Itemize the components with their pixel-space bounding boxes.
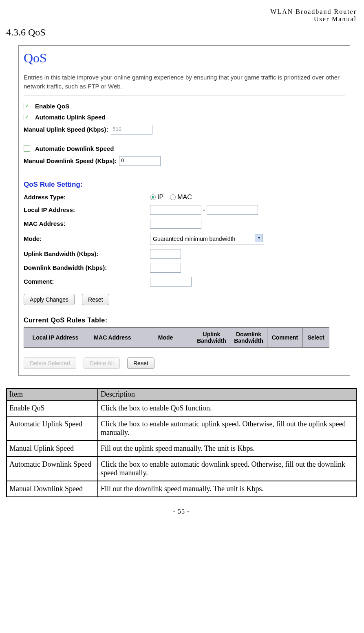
desc-text: Fill out the downlink speed manually. Th… [98,481,356,497]
downlink-bw-label: Downlink Bandwidth (Kbps): [24,264,150,271]
qos-title: QoS [24,51,345,66]
enable-qos-checkbox[interactable]: ✓ [24,103,30,109]
auto-downlink-label: Automatic Downlink Speed [35,145,114,152]
radio-ip[interactable] [150,194,156,200]
apply-reset-row: Apply Changes Reset [24,294,345,305]
radio-mac-wrap[interactable]: MAC [170,194,199,201]
mode-select-value: Guaranteed minimum bandwidth [153,236,235,242]
radio-mac[interactable] [170,194,176,200]
current-rules-title: Current QoS Rules Table: [24,317,345,324]
mac-label: MAC Address: [24,220,150,227]
auto-downlink-checkbox[interactable]: ✓ [24,145,30,152]
page-footer: - 55 - [6,508,357,515]
uplink-bw-row: Uplink Bandwidth (Kbps): [24,249,345,259]
local-ip-start-input[interactable] [150,205,201,215]
uplink-bw-input[interactable] [150,249,181,259]
local-ip-end-input[interactable] [207,205,258,215]
auto-uplink-label: Automatic Uplink Speed [35,114,106,121]
desc-th-desc: Description [98,388,356,400]
th-mode: Mode [138,327,193,347]
desc-text: Click the box to enable automatic downli… [98,457,356,481]
mac-row: MAC Address: [24,219,345,229]
comment-input[interactable] [150,277,192,287]
table-row: Manual Uplink Speed Fill out the uplink … [7,441,356,457]
chevron-down-icon: ▾ [255,234,263,242]
local-ip-row: Local IP Address: - [24,205,345,215]
table-row: Automatic Uplink Speed Click the box to … [7,416,356,441]
manual-downlink-label: Manual Downlink Speed (Kbps): [24,157,117,164]
desc-item: Automatic Uplink Speed [7,416,98,441]
table-row: Manual Downlink Speed Fill out the downl… [7,481,356,497]
manual-uplink-label: Manual Uplink Speed (Kbps): [24,126,108,133]
downlink-bw-input[interactable] [150,263,181,273]
table-row: Enable QoS Click the box to enable QoS f… [7,400,356,416]
comment-label: Comment: [24,278,150,285]
qos-screenshot: QoS Entries in this table improve your o… [18,45,350,376]
th-mac: MAC Address [87,327,138,347]
delete-reset-row: Delete Selected Delete All Reset [24,357,345,369]
downlink-bw-row: Downlink Bandwidth (Kbps): [24,263,345,273]
th-uplink: Uplink Bandwidth [193,327,230,347]
th-select: Select [303,327,329,347]
desc-item: Automatic Downlink Speed [7,457,98,481]
radio-ip-wrap[interactable]: IP [150,194,170,201]
qos-rules-table: Local IP Address MAC Address Mode Uplink… [24,327,329,348]
th-downlink: Downlink Bandwidth [230,327,267,347]
desc-item: Manual Uplink Speed [7,441,98,457]
table-row: Automatic Downlink Speed Click the box t… [7,457,356,481]
delete-selected-button[interactable]: Delete Selected [24,357,76,369]
section-heading: 4.3.6 QoS [6,27,357,38]
divider [24,95,345,95]
mode-select[interactable]: Guaranteed minimum bandwidth ▾ [150,233,264,245]
qos-description: Entries in this table improve your onlin… [24,73,345,91]
auto-uplink-row: ✓ Automatic Uplink Speed [24,114,345,121]
qos-rule-setting-heading: QoS Rule Setting: [24,181,345,189]
desc-text: Fill out the uplink speed manually. The … [98,441,356,457]
desc-text: Click the box to enable QoS function. [98,400,356,416]
manual-uplink-row: Manual Uplink Speed (Kbps): 512 [24,125,345,135]
manual-downlink-row: Manual Downlink Speed (Kbps): 0 [24,156,345,166]
address-type-row: Address Type: IP MAC [24,194,345,201]
desc-th-item: Item [7,388,98,400]
mac-input[interactable] [150,219,201,229]
radio-dot [152,196,154,199]
apply-changes-button[interactable]: Apply Changes [24,294,75,305]
ip-range-separator: - [201,206,207,214]
th-comment: Comment [267,327,303,347]
address-type-label: Address Type: [24,194,150,201]
doc-header-line2: User Manual [6,15,357,23]
manual-uplink-input[interactable]: 512 [111,125,152,135]
auto-downlink-row: ✓ Automatic Downlink Speed [24,145,345,152]
uplink-bw-label: Uplink Bandwidth (Kbps): [24,250,150,257]
enable-qos-label: Enable QoS [35,103,69,110]
mode-label: Mode: [24,235,150,242]
desc-item: Enable QoS [7,400,98,416]
manual-downlink-input[interactable]: 0 [119,156,161,166]
description-table: Item Description Enable QoS Click the bo… [6,388,357,497]
reset-button[interactable]: Reset [82,294,109,305]
radio-ip-label: IP [157,194,163,201]
mode-row: Mode: Guaranteed minimum bandwidth ▾ [24,233,345,245]
desc-item: Manual Downlink Speed [7,481,98,497]
th-local-ip: Local IP Address [24,327,87,347]
enable-qos-row: ✓ Enable QoS [24,103,345,110]
radio-mac-label: MAC [177,194,192,201]
desc-text: Click the box to enable automatic uplink… [98,416,356,441]
doc-header-line1: WLAN Broadband Router [6,8,357,15]
doc-header: WLAN Broadband Router User Manual [6,8,357,23]
comment-row: Comment: [24,277,345,287]
auto-uplink-checkbox[interactable]: ✓ [24,114,30,120]
reset2-button[interactable]: Reset [127,357,154,369]
local-ip-label: Local IP Address: [24,206,150,213]
delete-all-button[interactable]: Delete All [84,357,120,369]
